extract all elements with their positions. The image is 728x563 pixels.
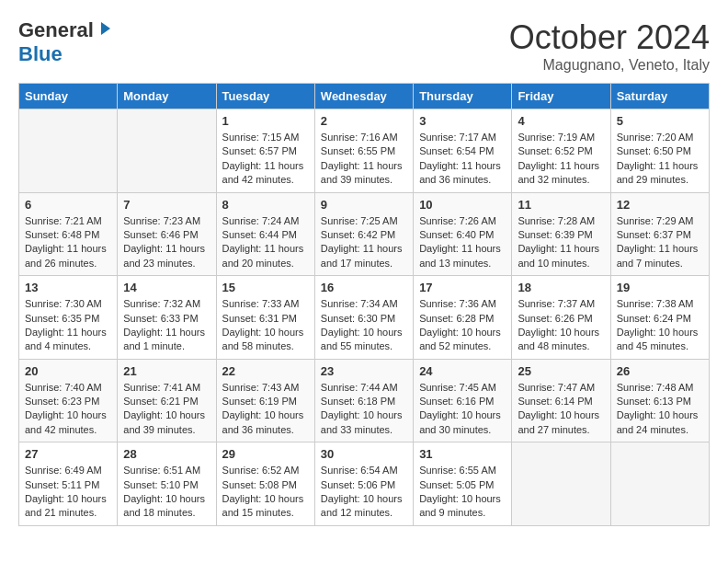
cell-details: Sunrise: 7:20 AMSunset: 6:50 PMDaylight:… [617, 131, 703, 188]
header: General Blue October 2024 Magugnano, Ven… [18, 18, 710, 74]
day-number: 18 [518, 281, 604, 294]
day-number: 16 [321, 281, 407, 294]
cell-details: Sunrise: 7:28 AMSunset: 6:39 PMDaylight:… [518, 214, 604, 271]
day-header-friday: Friday [512, 84, 610, 109]
day-number: 31 [419, 447, 506, 461]
day-header-thursday: Thursday [414, 84, 512, 109]
logo-icon [96, 20, 112, 37]
day-number: 14 [123, 281, 210, 294]
calendar-cell: 21Sunrise: 7:41 AMSunset: 6:21 PMDayligh… [118, 359, 216, 442]
day-number: 9 [321, 198, 407, 212]
calendar-table: SundayMondayTuesdayWednesdayThursdayFrid… [18, 83, 710, 526]
cell-details: Sunrise: 7:48 AMSunset: 6:13 PMDaylight:… [617, 381, 703, 438]
cell-details: Sunrise: 7:23 AMSunset: 6:46 PMDaylight:… [123, 214, 210, 271]
cell-details: Sunrise: 7:26 AMSunset: 6:40 PMDaylight:… [419, 214, 506, 271]
day-header-tuesday: Tuesday [216, 84, 314, 109]
month-title: October 2024 [509, 18, 710, 57]
calendar-cell: 16Sunrise: 7:34 AMSunset: 6:30 PMDayligh… [314, 276, 413, 360]
calendar-cell: 27Sunrise: 6:49 AMSunset: 5:11 PMDayligh… [19, 442, 118, 526]
cell-details: Sunrise: 6:54 AMSunset: 5:06 PMDaylight:… [321, 464, 407, 521]
cell-details: Sunrise: 7:21 AMSunset: 6:48 PMDaylight:… [25, 214, 111, 271]
cell-details: Sunrise: 7:25 AMSunset: 6:42 PMDaylight:… [321, 214, 407, 271]
calendar-cell: 11Sunrise: 7:28 AMSunset: 6:39 PMDayligh… [512, 192, 610, 276]
calendar-cell: 7Sunrise: 7:23 AMSunset: 6:46 PMDaylight… [118, 192, 216, 276]
day-number: 7 [123, 198, 210, 212]
week-row-4: 20Sunrise: 7:40 AMSunset: 6:23 PMDayligh… [19, 359, 710, 442]
calendar-cell: 4Sunrise: 7:19 AMSunset: 6:52 PMDaylight… [512, 109, 610, 193]
day-number: 20 [25, 364, 111, 378]
day-number: 29 [222, 447, 309, 461]
day-number: 30 [321, 447, 407, 461]
calendar-cell: 24Sunrise: 7:45 AMSunset: 6:16 PMDayligh… [414, 359, 512, 442]
calendar-cell: 23Sunrise: 7:44 AMSunset: 6:18 PMDayligh… [314, 359, 413, 442]
logo-blue-text: Blue [18, 42, 63, 65]
calendar-cell: 9Sunrise: 7:25 AMSunset: 6:42 PMDaylight… [314, 192, 413, 276]
cell-details: Sunrise: 7:37 AMSunset: 6:26 PMDaylight:… [518, 297, 604, 354]
day-number: 23 [321, 364, 407, 378]
logo: General Blue [18, 18, 112, 66]
calendar-cell: 10Sunrise: 7:26 AMSunset: 6:40 PMDayligh… [414, 192, 512, 276]
cell-details: Sunrise: 7:44 AMSunset: 6:18 PMDaylight:… [321, 381, 407, 438]
calendar-cell: 19Sunrise: 7:38 AMSunset: 6:24 PMDayligh… [610, 276, 709, 360]
week-row-5: 27Sunrise: 6:49 AMSunset: 5:11 PMDayligh… [19, 442, 710, 526]
day-number: 4 [518, 114, 604, 128]
day-number: 17 [419, 281, 506, 294]
day-number: 10 [419, 198, 506, 212]
calendar-cell: 30Sunrise: 6:54 AMSunset: 5:06 PMDayligh… [314, 442, 413, 526]
cell-details: Sunrise: 7:47 AMSunset: 6:14 PMDaylight:… [518, 381, 604, 438]
day-number: 2 [321, 114, 407, 128]
cell-details: Sunrise: 7:40 AMSunset: 6:23 PMDaylight:… [25, 381, 111, 438]
cell-details: Sunrise: 6:55 AMSunset: 5:05 PMDaylight:… [419, 464, 506, 521]
cell-details: Sunrise: 7:38 AMSunset: 6:24 PMDaylight:… [617, 297, 703, 354]
title-area: October 2024 Magugnano, Veneto, Italy [509, 18, 710, 74]
calendar-cell: 20Sunrise: 7:40 AMSunset: 6:23 PMDayligh… [19, 359, 118, 442]
day-header-wednesday: Wednesday [314, 84, 413, 109]
cell-details: Sunrise: 7:24 AMSunset: 6:44 PMDaylight:… [222, 214, 309, 271]
day-number: 21 [123, 364, 210, 378]
calendar-cell: 6Sunrise: 7:21 AMSunset: 6:48 PMDaylight… [19, 192, 118, 276]
calendar-cell: 8Sunrise: 7:24 AMSunset: 6:44 PMDaylight… [216, 192, 314, 276]
calendar-cell [118, 109, 216, 193]
calendar-cell [19, 109, 118, 193]
calendar-cell: 5Sunrise: 7:20 AMSunset: 6:50 PMDaylight… [610, 109, 709, 193]
logo-general-text: General [18, 18, 94, 42]
day-number: 28 [123, 447, 210, 461]
day-number: 24 [419, 364, 506, 378]
day-number: 5 [617, 114, 703, 128]
cell-details: Sunrise: 7:36 AMSunset: 6:28 PMDaylight:… [419, 297, 506, 354]
calendar-cell [512, 442, 610, 526]
cell-details: Sunrise: 6:49 AMSunset: 5:11 PMDaylight:… [25, 464, 111, 521]
calendar-cell: 2Sunrise: 7:16 AMSunset: 6:55 PMDaylight… [314, 109, 413, 193]
cell-details: Sunrise: 7:19 AMSunset: 6:52 PMDaylight:… [518, 131, 604, 188]
calendar-cell: 25Sunrise: 7:47 AMSunset: 6:14 PMDayligh… [512, 359, 610, 442]
week-row-2: 6Sunrise: 7:21 AMSunset: 6:48 PMDaylight… [19, 192, 710, 276]
cell-details: Sunrise: 7:43 AMSunset: 6:19 PMDaylight:… [222, 381, 309, 438]
calendar-cell: 22Sunrise: 7:43 AMSunset: 6:19 PMDayligh… [216, 359, 314, 442]
week-row-3: 13Sunrise: 7:30 AMSunset: 6:35 PMDayligh… [19, 276, 710, 360]
calendar-cell: 18Sunrise: 7:37 AMSunset: 6:26 PMDayligh… [512, 276, 610, 360]
day-number: 6 [25, 198, 111, 212]
calendar-cell: 17Sunrise: 7:36 AMSunset: 6:28 PMDayligh… [414, 276, 512, 360]
day-number: 12 [617, 198, 703, 212]
day-header-sunday: Sunday [19, 84, 118, 109]
cell-details: Sunrise: 7:30 AMSunset: 6:35 PMDaylight:… [25, 297, 111, 354]
svg-marker-0 [101, 22, 110, 35]
day-number: 25 [518, 364, 604, 378]
cell-details: Sunrise: 7:16 AMSunset: 6:55 PMDaylight:… [321, 131, 407, 188]
cell-details: Sunrise: 7:45 AMSunset: 6:16 PMDaylight:… [419, 381, 506, 438]
calendar-cell: 31Sunrise: 6:55 AMSunset: 5:05 PMDayligh… [414, 442, 512, 526]
day-number: 3 [419, 114, 506, 128]
week-row-1: 1Sunrise: 7:15 AMSunset: 6:57 PMDaylight… [19, 109, 710, 193]
calendar-cell: 26Sunrise: 7:48 AMSunset: 6:13 PMDayligh… [610, 359, 709, 442]
day-number: 11 [518, 198, 604, 212]
header-row: SundayMondayTuesdayWednesdayThursdayFrid… [19, 84, 710, 109]
calendar-cell [610, 442, 709, 526]
cell-details: Sunrise: 7:29 AMSunset: 6:37 PMDaylight:… [617, 214, 703, 271]
day-number: 22 [222, 364, 309, 378]
cell-details: Sunrise: 7:41 AMSunset: 6:21 PMDaylight:… [123, 381, 210, 438]
cell-details: Sunrise: 7:17 AMSunset: 6:54 PMDaylight:… [419, 131, 506, 188]
cell-details: Sunrise: 7:15 AMSunset: 6:57 PMDaylight:… [222, 131, 309, 188]
day-number: 13 [25, 281, 111, 294]
day-header-monday: Monday [118, 84, 216, 109]
cell-details: Sunrise: 7:33 AMSunset: 6:31 PMDaylight:… [222, 297, 309, 354]
